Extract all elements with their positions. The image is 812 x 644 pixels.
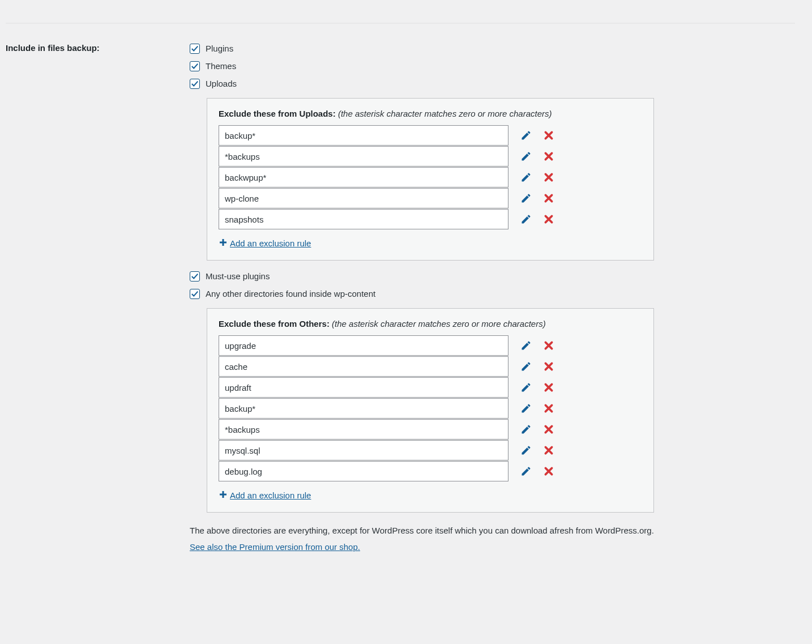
edit-icon[interactable]	[520, 465, 532, 477]
panel-exclude-uploads: Exclude these from Uploads: (the asteris…	[207, 98, 654, 261]
add-exclusion-others[interactable]: Add an exclusion rule	[219, 490, 311, 501]
exclusion-rule-input[interactable]: *backups	[219, 146, 508, 167]
check-icon	[191, 45, 199, 53]
rules-uploads: backup**backupsbackwpup*wp-clonesnapshot…	[219, 125, 642, 229]
exclusion-rule: cache	[219, 356, 642, 377]
exclusion-rule-input[interactable]: mysql.sql	[219, 440, 508, 460]
delete-icon[interactable]	[542, 192, 555, 204]
exclusion-rule: upgrade	[219, 335, 642, 356]
exclusion-rule: backup*	[219, 398, 642, 419]
exclusion-rule-input[interactable]: backup*	[219, 398, 508, 419]
delete-icon[interactable]	[542, 444, 555, 457]
checkbox-plugins[interactable]	[190, 44, 200, 54]
exclusion-rule: backup*	[219, 125, 642, 146]
exclusion-rule: backwpup*	[219, 167, 642, 187]
delete-icon[interactable]	[542, 129, 555, 142]
delete-icon[interactable]	[542, 339, 555, 352]
plus-icon	[219, 490, 228, 501]
check-icon	[191, 80, 199, 88]
edit-icon[interactable]	[520, 213, 532, 225]
add-link-label: Add an exclusion rule	[230, 238, 311, 248]
exclusion-rule: debug.log	[219, 461, 642, 481]
edit-icon[interactable]	[520, 171, 532, 184]
checkbox-uploads[interactable]	[190, 79, 200, 89]
edit-icon[interactable]	[520, 129, 532, 142]
check-icon	[191, 290, 199, 298]
delete-icon[interactable]	[542, 402, 555, 415]
label-uploads: Uploads	[206, 76, 237, 91]
checkbox-others[interactable]	[190, 289, 200, 299]
exclusion-rule: *backups	[219, 419, 642, 440]
exclusion-rule: updraft	[219, 377, 642, 398]
delete-icon[interactable]	[542, 171, 555, 184]
exclusion-rule: mysql.sql	[219, 440, 642, 460]
delete-icon[interactable]	[542, 465, 555, 477]
edit-icon[interactable]	[520, 339, 532, 352]
check-icon	[191, 62, 199, 70]
exclusion-rule-input[interactable]: snapshots	[219, 209, 508, 229]
label-plugins: Plugins	[206, 41, 233, 56]
edit-icon[interactable]	[520, 423, 532, 436]
exclusion-rule: snapshots	[219, 209, 642, 229]
add-link-label: Add an exclusion rule	[230, 491, 311, 500]
delete-icon[interactable]	[542, 360, 555, 373]
exclusion-rule-input[interactable]: cache	[219, 356, 508, 377]
plus-icon	[219, 238, 228, 249]
label-mu-plugins: Must-use plugins	[206, 268, 270, 284]
panel-heading-others: Exclude these from Others: (the asterisk…	[219, 319, 642, 329]
exclusion-rule-input[interactable]: upgrade	[219, 335, 508, 356]
exclusion-rule-input[interactable]: backup*	[219, 125, 508, 146]
exclusion-rule: wp-clone	[219, 188, 642, 208]
checkbox-themes[interactable]	[190, 61, 200, 71]
edit-icon[interactable]	[520, 192, 532, 204]
delete-icon[interactable]	[542, 150, 555, 163]
setting-label: Include in files backup:	[6, 41, 190, 53]
exclusion-rule-input[interactable]: wp-clone	[219, 188, 508, 208]
panel-heading-uploads: Exclude these from Uploads: (the asteris…	[219, 109, 642, 118]
delete-icon[interactable]	[542, 381, 555, 394]
exclusion-rule-input[interactable]: *backups	[219, 419, 508, 440]
panel-exclude-others: Exclude these from Others: (the asterisk…	[207, 308, 654, 513]
description-text: The above directories are everything, ex…	[190, 523, 654, 555]
premium-link[interactable]: See also the Premium version from our sh…	[190, 542, 360, 552]
rules-others: upgradecacheupdraftbackup**backupsmysql.…	[219, 335, 642, 481]
edit-icon[interactable]	[520, 444, 532, 457]
section-divider	[6, 23, 795, 24]
include-files-backup-row: Include in files backup: Plugins Themes …	[6, 41, 795, 555]
edit-icon[interactable]	[520, 381, 532, 394]
checkbox-mu-plugins[interactable]	[190, 271, 200, 282]
exclusion-rule-input[interactable]: updraft	[219, 377, 508, 398]
check-icon	[191, 272, 199, 280]
exclusion-rule-input[interactable]: debug.log	[219, 461, 508, 481]
delete-icon[interactable]	[542, 423, 555, 436]
label-themes: Themes	[206, 58, 236, 74]
edit-icon[interactable]	[520, 150, 532, 163]
exclusion-rule: *backups	[219, 146, 642, 167]
label-others: Any other directories found inside wp-co…	[206, 286, 375, 301]
exclusion-rule-input[interactable]: backwpup*	[219, 167, 508, 187]
delete-icon[interactable]	[542, 213, 555, 225]
edit-icon[interactable]	[520, 402, 532, 415]
edit-icon[interactable]	[520, 360, 532, 373]
setting-body: Plugins Themes Uploads Exclude these fro…	[190, 41, 795, 555]
add-exclusion-uploads[interactable]: Add an exclusion rule	[219, 238, 311, 249]
